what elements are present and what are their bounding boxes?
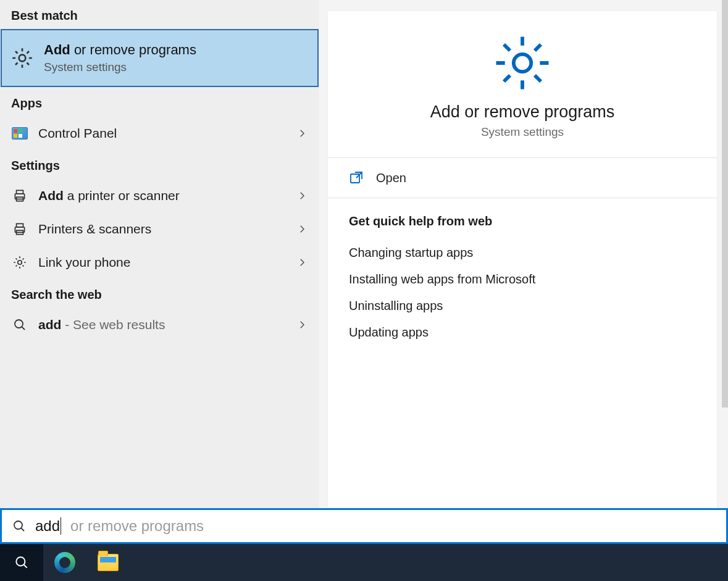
printer-icon [11, 187, 28, 204]
folder-icon [98, 554, 119, 571]
result-control-panel[interactable]: Control Panel [0, 117, 319, 150]
result-label: Printers & scanners [38, 222, 286, 236]
best-match-subtitle: System settings [44, 61, 196, 74]
help-link-startup[interactable]: Changing startup apps [349, 240, 696, 266]
search-icon [14, 554, 30, 571]
gear-icon [492, 32, 553, 94]
control-panel-icon [11, 125, 28, 142]
help-link-install-web-apps[interactable]: Installing web apps from Microsoft [349, 266, 696, 293]
help-link-update[interactable]: Updating apps [349, 319, 696, 346]
section-header-apps: Apps [0, 88, 319, 117]
gear-icon [9, 45, 35, 71]
taskbar-search-button[interactable] [0, 544, 43, 581]
result-printers-scanners[interactable]: Printers & scanners [0, 212, 319, 246]
result-add-printer[interactable]: Add a printer or scanner [0, 179, 319, 212]
result-web-search[interactable]: add - See web results [0, 308, 319, 341]
svg-point-0 [19, 55, 26, 62]
search-typed-text: add [35, 517, 62, 535]
detail-title: Add or remove programs [430, 102, 615, 122]
detail-hero: Add or remove programs System settings [328, 11, 717, 158]
best-match-result[interactable]: Add or remove programs System settings [1, 29, 319, 87]
taskbar-edge[interactable] [43, 544, 86, 581]
printer-icon [11, 220, 28, 238]
gear-icon [11, 254, 28, 271]
detail-subtitle: System settings [481, 125, 564, 139]
open-icon [349, 170, 364, 185]
search-icon [12, 519, 27, 533]
chevron-right-icon [296, 127, 308, 140]
result-label: add - See web results [38, 317, 286, 332]
result-label: Control Panel [38, 126, 286, 141]
help-link-uninstall[interactable]: Uninstalling apps [349, 293, 696, 319]
open-button[interactable]: Open [328, 158, 717, 198]
detail-panel: Add or remove programs System settings O… [319, 0, 728, 508]
chevron-right-icon [296, 190, 308, 202]
svg-point-12 [16, 557, 25, 566]
search-results-panel: Best match Add or remove programs System… [0, 0, 319, 508]
chevron-right-icon [296, 319, 308, 331]
result-label: Link your phone [38, 255, 286, 270]
svg-point-9 [514, 54, 531, 72]
section-header-best-match: Best match [0, 0, 319, 29]
result-link-phone[interactable]: Link your phone [0, 246, 319, 279]
taskbar [0, 544, 728, 581]
scrollbar[interactable] [722, 0, 728, 408]
svg-rect-2 [17, 190, 23, 193]
chevron-right-icon [296, 223, 308, 235]
edge-icon [54, 552, 75, 573]
open-label: Open [376, 171, 406, 185]
svg-point-8 [15, 320, 23, 328]
section-header-settings: Settings [0, 150, 319, 179]
chevron-right-icon [296, 256, 308, 269]
svg-rect-5 [17, 224, 23, 227]
search-suggestion-text: or remove programs [70, 517, 204, 535]
search-input[interactable]: add or remove programs [0, 508, 728, 544]
help-heading: Get quick help from web [349, 214, 696, 228]
result-label: Add a printer or scanner [38, 188, 286, 203]
section-header-web: Search the web [0, 279, 319, 308]
svg-point-7 [18, 261, 22, 265]
best-match-title: Add or remove programs [44, 42, 196, 58]
search-icon [11, 316, 28, 333]
taskbar-file-explorer[interactable] [86, 544, 130, 581]
svg-point-11 [14, 521, 22, 529]
